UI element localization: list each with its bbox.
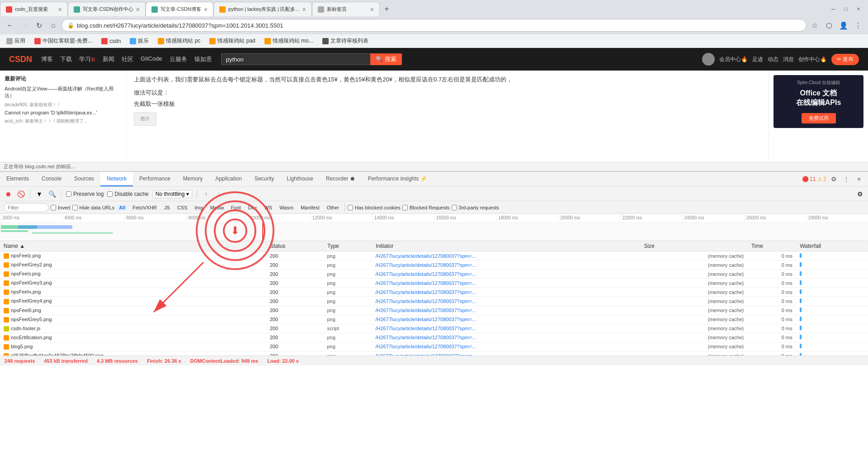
preserve-log-checkbox[interactable]: Preserve log (66, 191, 104, 197)
disable-cache-checkbox[interactable]: Disable cache (107, 191, 148, 197)
table-row[interactable]: csdn-footer.js 200 script /H2677lucy/art… (0, 324, 868, 333)
more-options-icon[interactable]: ⋮ (841, 174, 852, 185)
clear-button[interactable]: 🚫 (16, 190, 25, 199)
tab-close-4[interactable]: × (302, 6, 306, 13)
csdn-search-button[interactable]: 🔍 搜索 (370, 53, 402, 65)
settings-icon[interactable]: ⚙ (828, 174, 839, 185)
col-status[interactable]: Status (266, 241, 324, 251)
third-party-checkbox[interactable]: 3rd-party requests (452, 205, 499, 210)
table-row[interactable]: npsFeelч.png 200 png /H2677lucy/article/… (0, 288, 868, 297)
table-row[interactable]: npsFeelGrey4.png 200 png /H2677lucy/arti… (0, 297, 868, 306)
nav-download[interactable]: 下载 (60, 55, 72, 63)
close-button[interactable]: × (853, 3, 864, 15)
dynamic[interactable]: 动态 (768, 56, 778, 63)
throttling-dropdown[interactable]: No throttling ▾ (152, 190, 192, 198)
hide-data-urls-checkbox[interactable]: Hide data URLs (72, 205, 115, 210)
messages[interactable]: 消息 (783, 56, 794, 63)
member-center[interactable]: 会员中心🔥 (719, 56, 748, 63)
bookmark-article-review[interactable]: 文章待审核列表 (320, 36, 371, 46)
tab-sources[interactable]: Sources (68, 172, 100, 186)
filter-type-img[interactable]: Img (192, 204, 206, 211)
network-settings-icon[interactable]: ⚙ (855, 190, 864, 199)
nav-community[interactable]: 社区 (122, 55, 133, 63)
filter-type-other[interactable]: Other (324, 204, 342, 211)
filter-type-wasm[interactable]: Wasm (277, 204, 296, 211)
menu-icon[interactable]: ⋮ (852, 19, 864, 32)
footprint[interactable]: 足迹 (752, 56, 763, 63)
filter-type-fetchxhr[interactable]: Fetch/XHR (130, 204, 160, 211)
has-blocked-cookies[interactable]: Has blocked cookies (348, 205, 401, 210)
back-button[interactable]: ← (4, 19, 16, 32)
filter-type-manifest[interactable]: Manifest (298, 204, 322, 211)
tab-security[interactable]: Security (248, 172, 280, 186)
col-initiator[interactable]: Initiator (372, 241, 640, 251)
publish-button[interactable]: ✏ 发布 (831, 54, 859, 65)
filter-input[interactable] (4, 203, 49, 212)
create-center[interactable]: 创作中心🔥 (798, 56, 827, 63)
bookmark-chicken1[interactable]: 情感辣鸡站 pc (155, 36, 203, 46)
col-size[interactable]: Size (640, 241, 747, 251)
tab-perf-insights[interactable]: Performance insights ⚡ (362, 172, 434, 186)
col-name[interactable]: Name ▲ (0, 241, 266, 251)
tab-python[interactable]: python | lackey库实践 | 匹配多... × (213, 2, 312, 16)
table-row[interactable]: npsFeelz.png 200 png /H2677lucy/article/… (0, 251, 868, 261)
bookmark-chicken3[interactable]: 情感辣鸡站 mo... (262, 36, 316, 46)
filter-type-doc[interactable]: Doc (245, 204, 260, 211)
csdn-search-input[interactable] (221, 53, 370, 65)
nav-monkey[interactable]: 猿如意 (194, 55, 212, 63)
col-waterfall[interactable]: Waterfall (796, 241, 868, 251)
table-row[interactable]: npsFeelGrey3.png 200 png /H2677lucy/arti… (0, 279, 868, 288)
table-row[interactable]: nocErtification.png 200 png /H2677lucy/a… (0, 333, 868, 342)
url-field[interactable]: 🔒 blog.csdn.net/H2677lucy/article/detail… (61, 19, 807, 32)
extensions-icon[interactable]: ⬡ (823, 19, 835, 32)
filter-icon[interactable]: ▼ (35, 190, 44, 199)
filter-type-js[interactable]: JS (161, 204, 173, 211)
tab-write-csdncenter[interactable]: 写文章-CSDN创作中心 × (68, 2, 146, 16)
home-button[interactable]: ⌂ (47, 19, 60, 32)
nav-learn[interactable]: 学习新 (79, 55, 95, 63)
tab-performance[interactable]: Performance (133, 172, 177, 186)
minimize-button[interactable]: ─ (827, 3, 839, 15)
profile-icon[interactable]: 👤 (837, 19, 850, 32)
table-row[interactable]: npsFeelз.png 200 png /H2677lucy/article/… (0, 270, 868, 279)
user-avatar[interactable] (702, 53, 715, 66)
bookmark-yule[interactable]: 娱乐 (127, 36, 151, 46)
tab-memory[interactable]: Memory (177, 172, 209, 186)
table-row[interactable]: npsFeelGrey5.png 200 png /H2677lucy/arti… (0, 315, 868, 324)
table-row[interactable]: blog5.png 200 png /H2677lucy/article/det… (0, 342, 868, 351)
filter-type-font[interactable]: Font (228, 204, 244, 211)
tab-console[interactable]: Console (35, 172, 68, 186)
import-har-icon[interactable]: ↑ (202, 190, 211, 199)
network-table[interactable]: Name ▲ Status Type Initiator Size Time W… (0, 241, 868, 356)
bookmark-csdn[interactable]: csdn (99, 37, 123, 45)
table-row[interactable]: npsFeelб.png 200 png /H2677lucy/article/… (0, 306, 868, 315)
blocked-requests-checkbox[interactable]: Blocked Requests (402, 205, 450, 210)
search-icon[interactable]: 🔍 (47, 190, 57, 199)
filter-type-all[interactable]: All (116, 204, 128, 211)
nav-cloud[interactable]: 云服务 (170, 55, 187, 63)
article-item-2[interactable]: Cannot run program 'D:\jdk8\bin\java.ex.… (5, 110, 122, 115)
tab-elements[interactable]: Elements (0, 172, 35, 186)
export-har-icon[interactable]: ↓ (214, 190, 223, 199)
tab-close-5[interactable]: × (370, 6, 373, 13)
maximize-button[interactable]: □ (840, 3, 852, 15)
csdn-logo[interactable]: CSDN (9, 55, 32, 64)
new-tab-button[interactable]: + (380, 2, 394, 16)
tab-recorder[interactable]: Recorder ⏺ (320, 172, 362, 186)
tab-close-2[interactable]: × (136, 6, 140, 13)
tab-csdn-baidu[interactable]: csdn_百度搜索 × (0, 2, 68, 16)
bookmark-redhacker[interactable]: 中国红客联盟-免费... (32, 36, 95, 46)
tab-write-csdnblog[interactable]: 写文章-CSDN博客 × (146, 2, 213, 16)
filter-type-ws[interactable]: WS (261, 204, 275, 211)
nav-blog[interactable]: 博客 (41, 55, 53, 63)
reload-button[interactable]: ↻ (33, 19, 45, 32)
bookmark-apps[interactable]: 应用 (4, 36, 28, 46)
col-time[interactable]: Time (747, 241, 796, 251)
record-button[interactable]: ⏺ (4, 190, 13, 199)
nav-gitcode[interactable]: GitCode (141, 55, 162, 63)
close-devtools-icon[interactable]: × (854, 174, 864, 185)
timeline-bars[interactable] (0, 223, 868, 241)
bookmark-icon[interactable]: ☆ (808, 19, 821, 32)
table-row[interactable]: c0535f9cefbd4cc0a4878be28bfc4590.png 200… (0, 351, 868, 356)
invert-checkbox[interactable]: Invert (51, 205, 71, 210)
